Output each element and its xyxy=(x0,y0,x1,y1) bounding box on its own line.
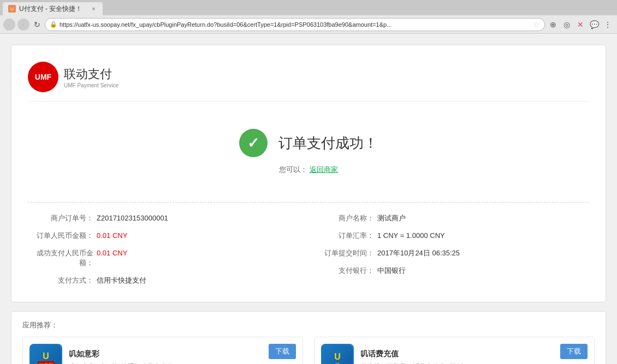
app-icon-phone: U 叽 xyxy=(321,344,354,364)
forward-button[interactable]: › xyxy=(17,19,29,31)
paid-amount-row: 成功支付人民币金额： 0.01 CNY xyxy=(28,248,308,268)
app-item-lottery: U 如意彩 叽如意彩 叽如意彩，随时随地手机购彩中大奖！ 下载 xyxy=(22,337,303,364)
paid-amount-value: 0.01 CNY xyxy=(97,249,127,257)
app-name-lottery: 叽如意彩 xyxy=(69,349,296,359)
order-details-left: 商户订单号： Z20171023153000001 订单人民币金额： 0.01 … xyxy=(28,213,308,285)
close-tab-icon[interactable]: ✕ xyxy=(574,19,586,31)
success-title: 订单支付成功！ xyxy=(278,134,378,153)
toolbar-right-buttons: ⊕ ◎ ✕ 💬 ⋮ xyxy=(547,19,614,31)
order-number-value: Z20171023153000001 xyxy=(97,214,168,222)
menu-dots[interactable]: ⋮ xyxy=(602,19,614,31)
tab-title: U付支付 - 安全快捷！ xyxy=(19,4,82,14)
main-payment-card: UMF 联动支付 UMF Payment Service ✓ 订单支付成功！ 您… xyxy=(11,45,606,302)
payment-method-value: 信用卡快捷支付 xyxy=(97,276,146,285)
tab-bar: U U付支付 - 安全快捷！ × xyxy=(0,0,617,15)
tab-close-button[interactable]: × xyxy=(90,5,97,13)
bookmark-icon[interactable]: ☆ xyxy=(533,20,540,29)
app-icon-lottery: U 如意彩 xyxy=(29,344,62,364)
payment-bank-label: 支付银行： xyxy=(308,266,374,276)
apps-recommendation-card: 应用推荐： U 如意彩 叽如意彩 叽如意彩，随时随地手机购彩中大奖！ 下载 xyxy=(11,311,606,364)
umf-logo: UMF xyxy=(28,62,58,92)
order-number-row: 商户订单号： Z20171023153000001 xyxy=(28,213,308,223)
order-amount-label: 订单人民币金额： xyxy=(28,231,93,241)
back-button[interactable]: ‹ xyxy=(3,19,15,31)
logo-text-block: 联动支付 UMF Payment Service xyxy=(64,66,118,88)
submit-time-value: 2017年10月24日 06:35:25 xyxy=(377,248,460,258)
order-amount-row: 订单人民币金额： 0.01 CNY xyxy=(28,231,308,241)
exchange-rate-row: 订单汇率： 1 CNY = 1.0000 CNY xyxy=(308,231,589,241)
payment-bank-row: 支付银行： 中国银行 xyxy=(308,266,589,276)
return-link-area: 您可以： 返回商家 xyxy=(28,165,589,175)
merchant-name-row: 商户名称： 测试商户 xyxy=(308,213,589,223)
merchant-name-value: 测试商户 xyxy=(377,213,406,223)
extensions-button[interactable]: ⊕ xyxy=(547,19,559,31)
apps-section-title: 应用推荐： xyxy=(22,320,595,330)
exchange-rate-value: 1 CNY = 1.0000 CNY xyxy=(377,231,445,240)
exchange-rate-label: 订单汇率： xyxy=(308,231,374,241)
success-section: ✓ 订单支付成功！ 您可以： 返回商家 xyxy=(28,118,589,191)
chat-icon[interactable]: 💬 xyxy=(588,19,600,31)
download-button-lottery[interactable]: 下载 xyxy=(269,344,296,359)
lock-icon: 🔒 xyxy=(50,21,57,28)
merchant-name-label: 商户名称： xyxy=(308,213,374,223)
active-tab[interactable]: U U付支付 - 安全快捷！ × xyxy=(3,2,103,15)
payment-method-label: 支付方式： xyxy=(28,276,93,285)
order-number-label: 商户订单号： xyxy=(28,213,93,223)
logo-cn-name: 联动支付 xyxy=(64,66,118,82)
browser-chrome: U U付支付 - 安全快捷！ × ‹ › ↻ 🔒 https://uatfx-u… xyxy=(0,0,617,34)
app-item-phone: U 叽 叽话费充值 无注册、不登录、话费充值实时到账！ 下载 xyxy=(314,337,595,364)
return-to-merchant-link[interactable]: 返回商家 xyxy=(310,165,338,174)
payment-bank-value: 中国银行 xyxy=(377,266,406,276)
apps-grid: U 如意彩 叽如意彩 叽如意彩，随时随地手机购彩中大奖！ 下载 U 叽 xyxy=(22,337,595,364)
logo-en-name: UMF Payment Service xyxy=(64,82,118,88)
toolbar-btn-2[interactable]: ◎ xyxy=(561,19,573,31)
submit-time-row: 订单提交时间： 2017年10月24日 06:35:25 xyxy=(308,248,589,258)
url-text: https://uatfx-us.soopay.net/fx_upay/cbPl… xyxy=(60,21,531,28)
order-amount-value: 0.01 CNY xyxy=(97,231,127,240)
order-details-right: 商户名称： 测试商户 订单汇率： 1 CNY = 1.0000 CNY 订单提交… xyxy=(308,213,589,285)
app-info-lottery: 叽如意彩 叽如意彩，随时随地手机购彩中大奖！ xyxy=(69,349,296,365)
page-content: UMF 联动支付 UMF Payment Service ✓ 订单支付成功！ 您… xyxy=(0,34,617,364)
tab-favicon: U xyxy=(8,5,16,13)
payment-method-row: 支付方式： 信用卡快捷支付 xyxy=(28,276,308,285)
paid-amount-label: 成功支付人民币金额： xyxy=(28,248,93,268)
app-info-phone: 叽话费充值 无注册、不登录、话费充值实时到账！ xyxy=(360,349,588,365)
app-desc-phone: 无注册、不登录、话费充值实时到账！ xyxy=(360,362,588,365)
logo-area: UMF 联动支付 UMF Payment Service xyxy=(28,62,589,102)
order-details: 商户订单号： Z20171023153000001 订单人民币金额： 0.01 … xyxy=(28,202,589,285)
app-desc-lottery: 叽如意彩，随时随地手机购彩中大奖！ xyxy=(69,362,296,365)
address-bar[interactable]: 🔒 https://uatfx-us.soopay.net/fx_upay/cb… xyxy=(45,18,545,31)
download-button-phone[interactable]: 下载 xyxy=(560,344,588,359)
app-name-phone: 叽话费充值 xyxy=(360,349,588,359)
refresh-button[interactable]: ↻ xyxy=(32,19,43,30)
success-icon: ✓ xyxy=(239,129,268,157)
submit-time-label: 订单提交时间： xyxy=(308,248,374,258)
browser-toolbar: ‹ › ↻ 🔒 https://uatfx-us.soopay.net/fx_u… xyxy=(0,15,617,34)
